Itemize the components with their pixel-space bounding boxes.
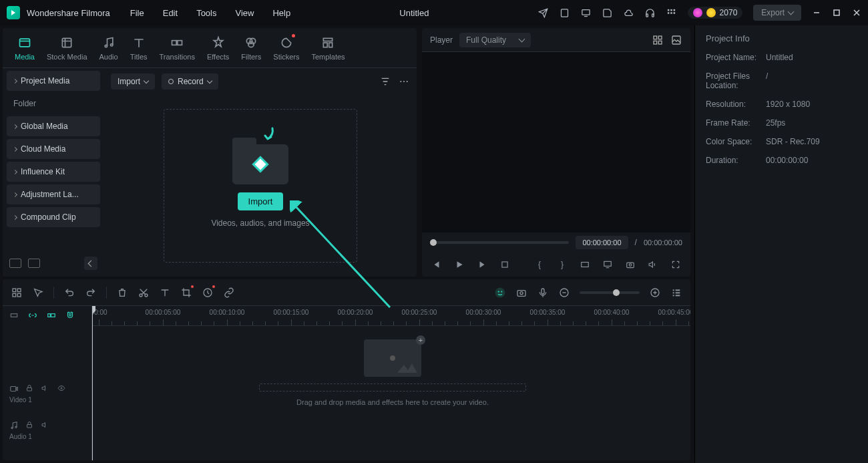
eye-icon[interactable] [57,384,67,394]
mode-ripple-icon[interactable] [47,311,57,321]
folder-new-icon[interactable] [9,259,21,268]
text-icon[interactable] [159,287,171,299]
list-icon[interactable] [670,287,682,299]
apps-icon[interactable] [666,7,677,18]
headphones-icon[interactable] [645,7,656,18]
zoom-out-icon[interactable] [558,287,570,299]
undo-icon[interactable] [63,287,75,299]
link-icon[interactable] [223,287,235,299]
import-drop-zone[interactable]: Import Videos, audios, and images [164,109,357,263]
svg-rect-33 [604,261,612,266]
tab-audio[interactable]: Audio [99,35,118,61]
cut-icon[interactable] [138,287,150,299]
layout-icon[interactable] [11,287,23,299]
info-row: Resolution:1920 x 1080 [706,100,857,109]
menu-file[interactable]: File [130,8,144,18]
sidebar-item-compound-clip[interactable]: Compound Clip [7,207,100,227]
maximize-button[interactable] [832,8,841,17]
import-dropdown[interactable]: Import [111,73,155,90]
sidebar-item-project-media[interactable]: Project Media [7,71,100,91]
send-icon[interactable] [538,7,549,18]
delete-icon[interactable] [116,287,128,299]
camera-icon[interactable] [515,287,527,299]
menu-tools[interactable]: Tools [196,8,216,18]
save-icon[interactable] [602,7,613,18]
tab-templates[interactable]: Templates [311,35,345,61]
menu-edit[interactable]: Edit [163,8,178,18]
tab-transitions[interactable]: Transitions [160,35,195,61]
add-icon[interactable]: + [416,335,425,345]
monitor-icon[interactable] [602,259,613,270]
tab-filters[interactable]: Filters [241,35,261,61]
svg-rect-2 [646,13,648,16]
tab-stock-media[interactable]: Stock Media [47,35,87,61]
filter-icon[interactable] [379,75,391,88]
minimize-button[interactable] [812,8,821,17]
mode-link-icon[interactable] [28,311,39,321]
lock-icon[interactable] [25,384,35,394]
fullscreen-icon[interactable] [670,259,681,270]
play-icon[interactable] [454,259,465,270]
svg-rect-51 [673,289,674,291]
timeline-drop-zone[interactable] [259,383,526,392]
grid-view-icon[interactable] [652,34,664,46]
svg-rect-28 [654,41,657,44]
image-view-icon[interactable] [670,34,682,46]
volume-icon[interactable] [648,259,658,270]
menu-help[interactable]: Help [272,8,290,18]
ai-icon[interactable] [494,287,506,299]
mic-icon[interactable] [537,287,549,299]
cursor-icon[interactable] [32,287,44,299]
quality-select[interactable]: Full Quality [459,33,531,47]
device-icon[interactable] [560,7,570,18]
svg-point-64 [15,426,17,428]
mode-a-icon[interactable] [9,311,20,321]
tab-media[interactable]: Media [15,35,35,61]
coins-badge[interactable]: 2070 [688,7,743,19]
tab-titles[interactable]: Titles [130,35,148,61]
stop-icon[interactable] [499,259,510,270]
zoom-in-icon[interactable] [649,287,661,299]
mute-icon[interactable] [41,421,51,430]
next-frame-icon[interactable] [477,259,487,270]
ruler-label: 00:00:25:00 [402,309,437,316]
cloud-icon[interactable] [624,7,634,18]
crop-icon[interactable] [180,287,192,299]
sidebar-item-folder[interactable]: Folder [7,94,100,114]
mute-icon[interactable] [41,384,51,394]
tab-effects[interactable]: Effects [207,35,229,61]
export-button[interactable]: Export [753,5,801,21]
sidebar-item-adjustment-la-[interactable]: Adjustment La... [7,184,100,204]
sidebar-item-global-media[interactable]: Global Media [7,116,100,136]
mode-magnet-icon[interactable] [65,311,76,321]
info-value: 00:00:00:00 [766,156,808,165]
snapshot-icon[interactable] [625,259,636,270]
prev-frame-icon[interactable] [431,259,442,270]
mark-out-icon[interactable]: } [557,259,568,270]
export-label: Export [761,8,785,17]
more-icon[interactable] [398,75,410,88]
zoom-slider[interactable] [580,291,640,294]
player-panel: Player Full Quality 00:00:00:00 / 00:00:… [422,28,690,277]
redo-icon[interactable] [85,287,97,299]
screen-icon[interactable] [581,7,592,18]
sidebar-item-influence-kit[interactable]: Influence Kit [7,162,100,182]
folder-open-icon[interactable] [28,259,40,268]
import-button[interactable]: Import [238,192,284,210]
player-progress[interactable] [430,241,569,244]
timeline-ruler[interactable]: 00:0000:00:05:0000:00:10:0000:00:15:0000… [92,306,690,326]
chevron-right-icon [13,214,17,219]
close-button[interactable] [852,8,861,17]
tab-stickers[interactable]: Stickers [273,35,299,61]
stock-media-icon [59,35,74,50]
speed-icon[interactable] [202,287,214,299]
mark-in-icon[interactable]: { [534,259,545,270]
ratio-icon[interactable] [580,259,590,270]
collapse-sidebar-button[interactable] [84,257,97,270]
info-row: Color Space:SDR - Rec.709 [706,137,857,146]
menu-view[interactable]: View [235,8,254,18]
record-dropdown[interactable]: Record [162,73,218,90]
record-label: Record [178,77,204,86]
lock-icon[interactable] [25,421,35,430]
sidebar-item-cloud-media[interactable]: Cloud Media [7,139,100,159]
